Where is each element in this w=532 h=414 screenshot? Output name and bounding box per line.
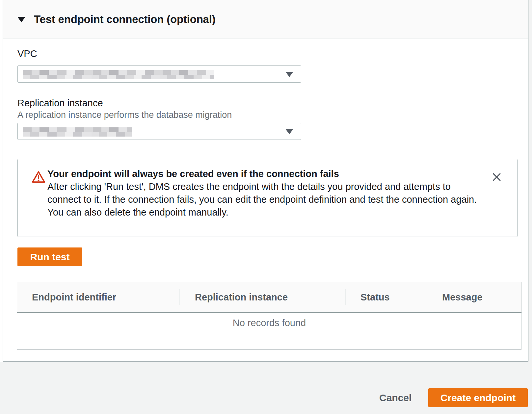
warning-alert: Your endpoint will always be created eve… [17,159,518,237]
column-header-endpoint-identifier: Endpoint identifier [17,289,179,305]
column-header-message: Message [427,289,521,305]
caret-down-icon [286,129,293,134]
table-header-row: Endpoint identifier Replication instance… [17,282,521,313]
triangle-down-icon[interactable] [17,17,25,22]
warning-title: Your endpoint will always be created eve… [47,168,339,180]
run-test-button[interactable]: Run test [17,247,82,266]
vpc-select[interactable] [17,65,301,83]
replication-instance-description: A replication instance performs the data… [17,110,232,120]
replication-instance-redacted-value [23,127,132,137]
replication-instance-label: Replication instance [17,98,103,109]
warning-triangle-icon [32,170,45,185]
table-empty-message: No records found [17,318,521,328]
vpc-redacted-value [23,70,214,79]
page-background-right [529,0,532,362]
section-header[interactable]: Test endpoint connection (optional) [3,0,528,39]
create-endpoint-button[interactable]: Create endpoint [428,388,528,407]
close-icon[interactable] [490,170,504,184]
connection-results-table: Endpoint identifier Replication instance… [17,282,522,349]
section-title: Test endpoint connection (optional) [34,13,216,26]
vpc-label: VPC [17,48,37,59]
caret-down-icon [286,72,293,77]
column-header-replication-instance: Replication instance [179,289,345,305]
column-header-status: Status [345,289,427,305]
warning-body: After clicking 'Run test', DMS creates t… [47,180,479,219]
replication-instance-select[interactable] [17,123,301,140]
dms-create-endpoint-page: Test endpoint connection (optional) VPC … [0,0,532,414]
test-endpoint-connection-section: Test endpoint connection (optional) VPC … [3,0,529,361]
cancel-button[interactable]: Cancel [365,388,426,407]
